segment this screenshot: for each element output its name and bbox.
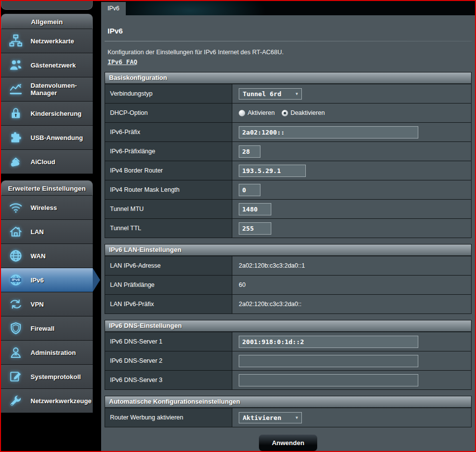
sidebar-item-usb-anwendung[interactable]: USB-Anwendung xyxy=(1,126,93,150)
section-title: Automatische Konfigurationseinstellungen xyxy=(105,396,471,408)
row-label: LAN IPv6-Adresse xyxy=(105,256,232,275)
input-ipv6-dns-server-2[interactable] xyxy=(239,355,418,367)
tab-bar: IPv6 xyxy=(101,1,475,15)
shield-icon xyxy=(5,321,27,336)
sidebar-item-label: IPv6 xyxy=(31,277,45,284)
settings-section-automatische-konfigurationseinstellungen: Automatische Konfigurationseinstellungen… xyxy=(105,396,472,427)
sidebar-group: NetzwerkkarteGästenetzwerkDatenvolumen-M… xyxy=(1,29,93,174)
row-label: LAN IPv6-Präfix xyxy=(105,295,232,313)
section-title: Basiskonfiguration xyxy=(105,72,471,84)
sidebar-item-datenvolumen-manager[interactable]: Datenvolumen-Manager xyxy=(1,77,93,102)
row-label: LAN Präfixlänge xyxy=(105,276,232,294)
sidebar-item-gästenetzwerk[interactable]: Gästenetzwerk xyxy=(1,53,93,77)
page-title: IPv6 xyxy=(105,15,472,35)
sidebar-item-netzwerkwerkzeuge[interactable]: Netzwerkwerkzeuge xyxy=(1,389,93,413)
sidebar-item-label: Administration xyxy=(31,349,77,356)
row-label: IPv6-Präfixlänge xyxy=(105,142,232,161)
table-row: Tunnel TTL xyxy=(105,218,471,238)
row-value: 2a02:120b:c3c3:2da0::1 xyxy=(232,256,471,275)
router-admin-window: AllgemeinNetzwerkkarteGästenetzwerkDaten… xyxy=(0,0,476,452)
page-description: Konfiguration der Einstellungen für IPv6… xyxy=(108,49,472,56)
sidebar-item-wan[interactable]: WAN xyxy=(1,244,93,268)
sidebar-item-kindersicherung[interactable]: Kindersicherung xyxy=(1,102,93,126)
table-row: IPv6 DNS-Server 1 xyxy=(105,332,471,351)
guest-network-icon xyxy=(5,58,27,72)
select-value: Aktivieren xyxy=(243,414,281,421)
sidebar-item-label: AiCloud xyxy=(31,158,56,166)
cloud-home-icon xyxy=(5,154,27,169)
input-ipv6-präfixlänge[interactable] xyxy=(239,145,260,158)
row-label: Verbindungstyp xyxy=(105,84,232,103)
sidebar-section-title: Erweiterte Einstellungen xyxy=(1,180,93,196)
radio-option-deaktivieren[interactable]: Deaktivieren xyxy=(282,109,325,116)
network-map-icon xyxy=(5,34,27,48)
sidebar-item-label: Systemprotokoll xyxy=(31,373,82,381)
row-value: Tunnel 6rd▼ xyxy=(232,84,471,103)
select-value: Tunnel 6rd xyxy=(243,90,281,98)
house-icon xyxy=(5,224,27,239)
input-ipv4-border-router[interactable] xyxy=(239,165,306,177)
sidebar-item-label: USB-Anwendung xyxy=(31,134,84,141)
row-value xyxy=(232,351,471,370)
row-value: Aktivieren▼ xyxy=(232,408,471,427)
row-value xyxy=(232,371,471,389)
sidebar-item-label: Firewall xyxy=(31,325,55,332)
sidebar-top-stub xyxy=(1,1,93,10)
input-ipv6-dns-server-3[interactable] xyxy=(239,374,418,386)
pencil-log-icon xyxy=(5,369,27,384)
sidebar-item-lan[interactable]: LAN xyxy=(1,220,93,244)
person-icon xyxy=(5,345,27,360)
row-label: IPv4 Border Router xyxy=(105,161,232,180)
sidebar-item-ipv6[interactable]: IPv6IPv6 xyxy=(1,268,93,292)
sidebar-item-systemprotokoll[interactable]: Systemprotokoll xyxy=(1,365,93,389)
selected-arrow-icon xyxy=(93,268,100,292)
tab-ipv6[interactable]: IPv6 xyxy=(101,2,126,15)
sidebar-item-label: Datenvolumen-Manager xyxy=(31,82,93,97)
settings-section-ipv6-dns-einstellungen: IPv6 DNS-EinstellungenIPv6 DNS-Server 1I… xyxy=(105,320,472,390)
row-label: IPv6 DNS-Server 3 xyxy=(105,371,232,389)
section-title: IPv6 DNS-Einstellungen xyxy=(105,320,471,332)
sidebar-section-title: Allgemein xyxy=(1,14,93,29)
input-ipv6-dns-server-1[interactable] xyxy=(239,336,418,348)
input-ipv6-präfix[interactable] xyxy=(239,126,418,139)
sidebar-item-aicloud[interactable]: AiCloud xyxy=(1,150,93,174)
traffic-chart-icon xyxy=(5,82,27,97)
row-value xyxy=(232,142,471,161)
input-tunnel-mtu[interactable] xyxy=(239,203,271,215)
static-value: 2a02:120b:c3c3:2da0::1 xyxy=(239,262,305,269)
row-value xyxy=(232,161,471,180)
wifi-icon xyxy=(5,200,27,215)
table-row: VerbindungstypTunnel 6rd▼ xyxy=(105,84,471,103)
sidebar-group: WirelessLANWANIPv6IPv6VPNFirewallAdminis… xyxy=(1,196,93,413)
title-divider xyxy=(105,41,472,41)
faq-link[interactable]: IPv6 FAQ xyxy=(108,58,137,66)
apply-button[interactable]: Anwenden xyxy=(258,434,318,452)
row-label: IPv6 DNS-Server 2 xyxy=(105,351,232,370)
input-ipv4-router-mask-length[interactable] xyxy=(239,184,260,196)
sidebar-item-firewall[interactable]: Firewall xyxy=(1,316,93,341)
lock-icon xyxy=(5,106,27,121)
row-value: 60 xyxy=(232,276,471,294)
radio-option-aktivieren[interactable]: Aktivieren xyxy=(239,109,275,116)
table-row: Router Werbung aktivierenAktivieren▼ xyxy=(105,408,471,427)
chevron-down-icon: ▼ xyxy=(295,92,298,96)
row-value xyxy=(232,332,471,351)
select-verbindungstyp[interactable]: Tunnel 6rd▼ xyxy=(239,88,302,100)
sidebar-item-label: Wireless xyxy=(31,204,58,211)
sidebar-item-vpn[interactable]: VPN xyxy=(1,292,93,316)
radio-label: Aktivieren xyxy=(248,109,275,116)
vpn-arrows-icon xyxy=(5,297,27,312)
sidebar-item-netzwerkkarte[interactable]: Netzwerkkarte xyxy=(1,29,93,53)
row-label: IPv4 Router Mask Length xyxy=(105,180,232,199)
row-value xyxy=(232,123,471,141)
table-row: LAN IPv6-Präfix2a02:120b:c3c3:2da0:: xyxy=(105,294,471,313)
row-value: 2a02:120b:c3c3:2da0:: xyxy=(232,295,471,313)
select-router-werbung-aktivieren[interactable]: Aktivieren▼ xyxy=(239,412,302,423)
sidebar: AllgemeinNetzwerkkarteGästenetzwerkDaten… xyxy=(1,1,93,419)
chevron-down-icon: ▼ xyxy=(295,416,298,420)
sidebar-item-administration[interactable]: Administration xyxy=(1,341,93,365)
input-tunnel-ttl[interactable] xyxy=(239,222,271,235)
sidebar-item-wireless[interactable]: Wireless xyxy=(1,196,93,220)
wrench-icon xyxy=(5,393,27,408)
settings-section-ipv6-lan-einstellungen: IPv6 LAN-EinstellungenLAN IPv6-Adresse2a… xyxy=(105,244,472,314)
